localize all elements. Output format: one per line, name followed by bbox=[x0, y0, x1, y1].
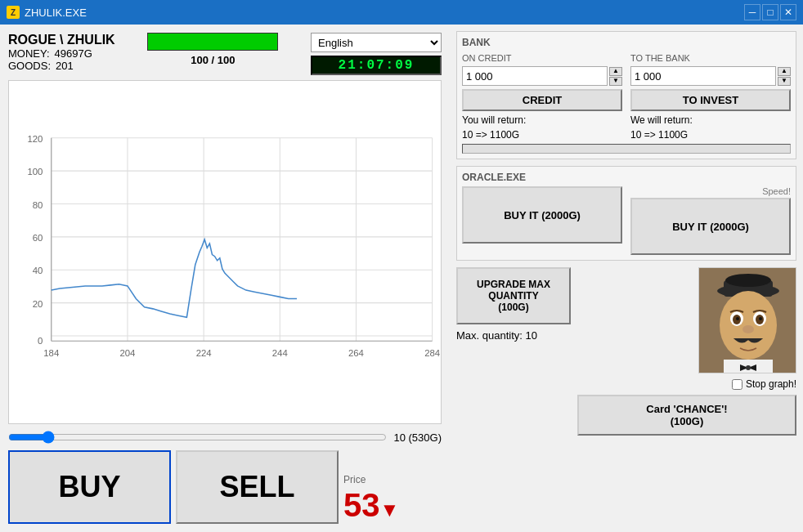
chance-button[interactable]: Card 'CHANCE'!(100G) bbox=[577, 395, 796, 436]
svg-text:224: 224 bbox=[196, 348, 212, 358]
invest-column: TO THE BANK ▲ ▼ TO INVEST We will return… bbox=[630, 53, 791, 141]
you-return-label: You will return: bbox=[462, 114, 622, 126]
info-row: ROGUE \ ZHULIK MONEY: 49697G GOODS: 201 … bbox=[8, 33, 442, 75]
minimize-button[interactable]: ─ bbox=[744, 4, 760, 20]
svg-text:204: 204 bbox=[119, 348, 135, 358]
character-portrait bbox=[698, 267, 796, 373]
goods-row: GOODS: 201 bbox=[8, 60, 115, 72]
goods-label: GOODS: bbox=[8, 60, 51, 72]
language-select[interactable]: English Russian German bbox=[311, 33, 442, 52]
oracle-col-2: Speed! BUY IT (2000G) bbox=[630, 186, 791, 255]
max-qty-text: Max. quantity: 10 bbox=[456, 329, 571, 342]
right-panel: BANK ON CREDIT ▲ ▼ CREDIT You will retur… bbox=[450, 25, 803, 532]
goods-value: 201 bbox=[56, 60, 74, 72]
credit-spin-down[interactable]: ▼ bbox=[609, 77, 622, 86]
stop-graph-checkbox[interactable] bbox=[732, 379, 742, 390]
on-credit-label: ON CREDIT bbox=[462, 53, 622, 63]
we-return-value: 10 => 1100G bbox=[630, 129, 791, 141]
invest-input[interactable] bbox=[630, 66, 776, 86]
health-section: 100 / 100 bbox=[123, 33, 303, 66]
you-return-value: 10 => 1100G bbox=[462, 129, 622, 141]
svg-text:244: 244 bbox=[272, 348, 288, 358]
svg-point-31 bbox=[725, 274, 771, 287]
maximize-button[interactable]: □ bbox=[762, 4, 778, 20]
oracle-section: ORACLE.EXE BUY IT (2000G) Speed! BUY IT … bbox=[456, 166, 796, 261]
time-display: 21:07:09 bbox=[311, 56, 442, 75]
oracle-buy-button-1[interactable]: BUY IT (2000G) bbox=[462, 186, 622, 244]
svg-text:284: 284 bbox=[424, 348, 440, 358]
chart-svg: 120 100 80 60 40 20 0 184 204 224 244 26… bbox=[9, 81, 441, 423]
svg-text:120: 120 bbox=[27, 134, 43, 144]
price-number: 53 bbox=[343, 487, 380, 523]
price-arrow: ▼ bbox=[380, 498, 400, 521]
credit-column: ON CREDIT ▲ ▼ CREDIT You will return: 10… bbox=[462, 53, 622, 141]
stop-graph-label: Stop graph! bbox=[746, 378, 796, 390]
left-panel: ROGUE \ ZHULIK MONEY: 49697G GOODS: 201 … bbox=[0, 25, 450, 532]
money-value: 49697G bbox=[55, 47, 92, 60]
health-bar bbox=[147, 33, 278, 51]
quantity-slider[interactable] bbox=[8, 429, 387, 445]
svg-text:100: 100 bbox=[27, 167, 43, 177]
buy-button[interactable]: BUY bbox=[8, 450, 171, 524]
upgrade-label: UPGRADE MAXQUANTITY(100G) bbox=[477, 279, 550, 313]
invest-input-row: ▲ ▼ bbox=[630, 66, 791, 86]
slider-value: 10 (530G) bbox=[393, 431, 442, 444]
credit-input-row: ▲ ▼ bbox=[462, 66, 622, 86]
price-section: Price 53▼ bbox=[343, 450, 442, 524]
titlebar-left: Z ZHULIK.EXE bbox=[7, 6, 87, 19]
bank-progress-bar bbox=[462, 144, 791, 154]
price-value: 53▼ bbox=[343, 487, 399, 524]
oracle-buy-button-2[interactable]: BUY IT (2000G) bbox=[630, 198, 791, 255]
we-return-label: We will return: bbox=[630, 114, 791, 126]
stop-graph-row: Stop graph! bbox=[732, 378, 796, 390]
svg-text:264: 264 bbox=[348, 348, 364, 358]
invest-spin-down[interactable]: ▼ bbox=[778, 77, 791, 86]
player-info: ROGUE \ ZHULIK MONEY: 49697G GOODS: 201 bbox=[8, 33, 115, 72]
chance-label: Card 'CHANCE'!(100G) bbox=[646, 403, 727, 427]
bank-title: BANK bbox=[462, 37, 791, 48]
portrait-svg bbox=[699, 268, 796, 373]
credit-spin-up[interactable]: ▲ bbox=[609, 67, 622, 76]
svg-text:0: 0 bbox=[38, 336, 43, 346]
svg-text:184: 184 bbox=[43, 348, 59, 358]
svg-text:40: 40 bbox=[33, 266, 43, 275]
to-bank-label: TO THE BANK bbox=[630, 53, 791, 63]
svg-point-39 bbox=[742, 325, 754, 333]
lang-time-section: English Russian German 21:07:09 bbox=[311, 33, 442, 75]
close-button[interactable]: ✕ bbox=[780, 4, 796, 20]
money-label: MONEY: bbox=[8, 47, 50, 60]
portrait-section: Stop graph! Card 'CHANCE'!(100G) bbox=[577, 267, 796, 525]
main-content: ROGUE \ ZHULIK MONEY: 49697G GOODS: 201 … bbox=[0, 25, 803, 532]
credit-button[interactable]: CREDIT bbox=[462, 89, 622, 111]
window-title: ZHULIK.EXE bbox=[25, 7, 87, 19]
oracle-col-1: BUY IT (2000G) bbox=[462, 186, 622, 255]
svg-text:20: 20 bbox=[33, 299, 43, 309]
invest-spin-up[interactable]: ▲ bbox=[778, 67, 791, 76]
max-qty-value: 10 bbox=[526, 329, 537, 342]
money-row: MONEY: 49697G bbox=[8, 47, 115, 60]
svg-text:80: 80 bbox=[33, 200, 43, 210]
bank-columns: ON CREDIT ▲ ▼ CREDIT You will return: 10… bbox=[462, 53, 791, 141]
sell-button[interactable]: SELL bbox=[176, 450, 339, 524]
bottom-right: UPGRADE MAXQUANTITY(100G) Max. quantity:… bbox=[456, 267, 796, 525]
window-controls: ─ □ ✕ bbox=[744, 4, 796, 20]
max-qty-label: Max. quantity: bbox=[456, 329, 523, 342]
player-name: ROGUE \ ZHULIK bbox=[8, 33, 115, 47]
upgrade-section: UPGRADE MAXQUANTITY(100G) Max. quantity:… bbox=[456, 267, 571, 525]
credit-input[interactable] bbox=[462, 66, 608, 86]
buysell-row: BUY SELL Price 53▼ bbox=[8, 450, 442, 524]
slider-row: 10 (530G) bbox=[8, 429, 442, 445]
svg-text:60: 60 bbox=[33, 233, 43, 243]
upgrade-button[interactable]: UPGRADE MAXQUANTITY(100G) bbox=[456, 267, 571, 324]
invest-spinners: ▲ ▼ bbox=[778, 67, 791, 86]
svg-point-38 bbox=[759, 317, 762, 320]
credit-spinners: ▲ ▼ bbox=[609, 67, 622, 86]
health-text: 100 / 100 bbox=[191, 54, 235, 66]
health-bar-fill bbox=[148, 34, 277, 50]
oracle-columns: BUY IT (2000G) Speed! BUY IT (2000G) bbox=[462, 186, 791, 255]
oracle-title: ORACLE.EXE bbox=[462, 172, 791, 183]
oracle-speed-label: Speed! bbox=[630, 186, 791, 196]
invest-button[interactable]: TO INVEST bbox=[630, 89, 791, 111]
titlebar: Z ZHULIK.EXE ─ □ ✕ bbox=[0, 0, 803, 25]
bank-section: BANK ON CREDIT ▲ ▼ CREDIT You will retur… bbox=[456, 31, 796, 159]
